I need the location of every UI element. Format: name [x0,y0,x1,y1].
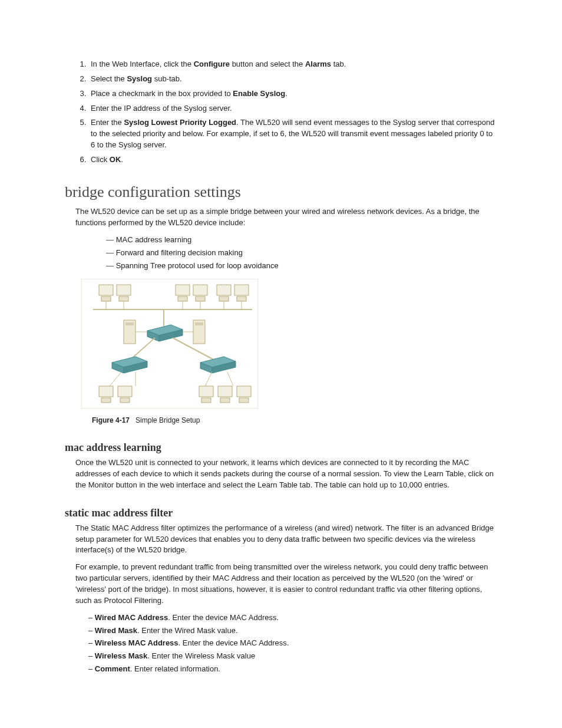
step-3: Place a checkmark in the box provided to… [88,88,497,100]
setup-steps-list: In the Web Interface, click the Configur… [65,59,497,166]
static-filter-p1: The Static MAC Address filter optimizes … [75,523,497,556]
list-item: Spanning Tree protocol used for loop avo… [106,261,497,272]
list-item: Comment. Enter related information. [88,664,497,675]
step-6: Click OK. [88,154,497,166]
bridge-config-heading: bridge configuration settings [65,181,497,203]
static-items-list: Wired MAC Address. Enter the device MAC … [65,612,497,675]
bridge-diagram [81,279,258,409]
list-item: MAC address learning [106,235,497,246]
mac-learning-paragraph: Once the WL520 unit is connected to your… [75,457,497,491]
list-item: Wired MAC Address. Enter the device MAC … [88,612,497,624]
bridge-functions-list: MAC address learning Forward and filteri… [65,235,497,272]
step-1: In the Web Interface, click the Configur… [88,59,497,70]
step-2: Select the Syslog sub-tab. [88,74,497,85]
figure-caption: Figure 4-17 Simple Bridge Setup [92,416,497,426]
list-item: Wired Mask. Enter the Wired Mask value. [88,625,497,637]
static-filter-heading: static mac address filter [65,505,497,521]
list-item: Wireless Mask. Enter the Wireless Mask v… [88,651,497,662]
static-filter-p2: For example, to prevent redundant traffi… [75,562,497,606]
mac-learning-heading: mac address learning [65,440,497,455]
step-5: Enter the Syslog Lowest Priority Logged.… [88,117,497,151]
step-4: Enter the IP address of the Syslog serve… [88,103,497,114]
list-item: Forward and filtering decision making [106,248,497,259]
list-item: Wireless MAC Address. Enter the device M… [88,638,497,649]
bridge-intro-paragraph: The WL520 device can be set up as a simp… [75,206,497,229]
